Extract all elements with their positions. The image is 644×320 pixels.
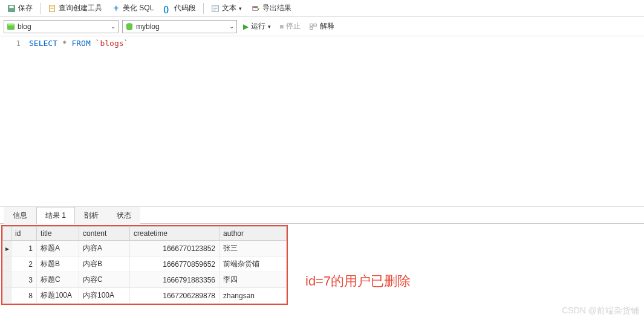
result-tabs: 信息 结果 1 剖析 状态: [0, 207, 644, 224]
database-select[interactable]: blog ⌄: [4, 20, 119, 33]
cell-author[interactable]: 张三: [220, 241, 287, 256]
row-indicator: [3, 256, 11, 272]
svg-rect-1: [10, 5, 14, 8]
cell-id[interactable]: 8: [11, 288, 37, 304]
cell-id[interactable]: 1: [11, 241, 37, 256]
cell-content[interactable]: 内容A: [79, 241, 130, 256]
main-toolbar: 保存 查询创建工具 美化 SQL () 代码段 文本 ▾ 导出结果: [0, 0, 644, 17]
explain-label: 解释: [320, 21, 334, 31]
table-row[interactable]: 8标题100A内容100A1667206289878zhangsan: [3, 288, 287, 304]
text-icon: [211, 4, 220, 13]
code-area[interactable]: SELECT * FROM `blogs`: [27, 36, 644, 206]
code-snippet-button[interactable]: () 代码段: [160, 2, 200, 15]
cell-author[interactable]: zhangsan: [220, 288, 287, 304]
cell-createtime[interactable]: 1666791883356: [130, 272, 220, 288]
text-button[interactable]: 文本 ▾: [207, 2, 246, 15]
svg-rect-15: [314, 24, 316, 26]
col-id[interactable]: id: [11, 227, 37, 241]
cell-title[interactable]: 标题B: [37, 256, 79, 272]
table-row[interactable]: 3标题C内容C1666791883356李四: [3, 272, 287, 288]
col-content[interactable]: content: [79, 227, 130, 241]
table-row[interactable]: ▸1标题A内容A1666770123852张三: [3, 241, 287, 256]
result-highlight-box: id title content createtime author ▸1标题A…: [1, 225, 288, 305]
tab-status[interactable]: 状态: [108, 207, 140, 224]
chevron-down-icon: ▾: [268, 24, 271, 30]
svg-rect-10: [253, 7, 258, 8]
sql-star: *: [62, 39, 67, 48]
export-icon: [252, 4, 260, 13]
run-label: 运行: [251, 21, 265, 31]
cell-author[interactable]: 前端杂货铺: [220, 256, 287, 272]
database-icon: [7, 22, 15, 31]
table-icon: [125, 22, 134, 31]
cell-author[interactable]: 李四: [220, 272, 287, 288]
cell-content[interactable]: 内容100A: [79, 288, 130, 304]
beautify-sql-button[interactable]: 美化 SQL: [108, 2, 157, 15]
sql-keyword: FROM: [71, 39, 90, 48]
cell-content[interactable]: 内容C: [79, 272, 130, 288]
text-label: 文本: [222, 3, 236, 13]
sql-editor[interactable]: 1 SELECT * FROM `blogs`: [0, 36, 644, 207]
svg-rect-14: [310, 24, 313, 26]
save-icon: [7, 4, 16, 13]
col-createtime[interactable]: createtime: [130, 227, 220, 241]
sql-keyword: SELECT: [29, 39, 57, 48]
col-title[interactable]: title: [37, 227, 79, 241]
save-button[interactable]: 保存: [4, 2, 36, 15]
separator: [203, 3, 204, 14]
query-builder-icon: [48, 4, 56, 13]
tab-result1[interactable]: 结果 1: [36, 207, 75, 224]
cell-title[interactable]: 标题C: [37, 272, 79, 288]
cell-id[interactable]: 2: [11, 256, 37, 272]
export-label: 导出结果: [262, 3, 291, 13]
tab-profile[interactable]: 剖析: [75, 207, 108, 224]
cell-createtime[interactable]: 1666770123852: [130, 241, 220, 256]
tab-info[interactable]: 信息: [4, 207, 36, 224]
chevron-down-icon: ▾: [239, 5, 242, 11]
line-gutter: 1: [0, 36, 27, 206]
query-builder-label: 查询创建工具: [59, 3, 102, 13]
database-select-value: blog: [18, 22, 111, 31]
row-indicator: ▸: [3, 241, 11, 256]
stop-button: ■ 停止: [277, 20, 303, 33]
svg-rect-16: [310, 27, 313, 29]
row-indicator: [3, 288, 11, 304]
row-indicator-header: [3, 227, 11, 241]
stop-icon: ■: [279, 22, 284, 31]
cell-createtime[interactable]: 1666770859652: [130, 256, 220, 272]
table-header-row: id title content createtime author: [3, 227, 287, 241]
sql-table-name: `blogs`: [96, 39, 129, 48]
table-row[interactable]: 2标题B内容B1666770859652前端杂货铺: [3, 256, 287, 272]
beautify-icon: [112, 4, 120, 13]
save-label: 保存: [18, 3, 33, 13]
explain-button[interactable]: 解释: [307, 20, 337, 33]
cell-createtime[interactable]: 1667206289878: [130, 288, 220, 304]
cell-id[interactable]: 3: [11, 272, 37, 288]
query-builder-button[interactable]: 查询创建工具: [44, 2, 106, 15]
table-select[interactable]: myblog ⌄: [122, 20, 237, 33]
row-indicator: [3, 272, 11, 288]
svg-rect-12: [8, 24, 15, 25]
code-snippet-icon: (): [163, 4, 172, 13]
stop-label: 停止: [286, 21, 301, 31]
col-author[interactable]: author: [220, 227, 287, 241]
sub-toolbar: blog ⌄ myblog ⌄ ▶ 运行 ▾ ■ 停止 解释: [0, 17, 644, 36]
chevron-down-icon: ⌄: [111, 23, 115, 30]
line-number: 1: [2, 39, 21, 48]
annotation-text: id=7的用户已删除: [305, 272, 411, 290]
result-table[interactable]: id title content createtime author ▸1标题A…: [2, 226, 287, 304]
run-button[interactable]: ▶ 运行 ▾: [241, 20, 273, 33]
chevron-down-icon: ⌄: [229, 23, 234, 30]
beautify-label: 美化 SQL: [123, 3, 154, 13]
cell-title[interactable]: 标题A: [37, 241, 79, 256]
explain-icon: [309, 22, 317, 31]
export-button[interactable]: 导出结果: [248, 2, 295, 15]
cell-content[interactable]: 内容B: [79, 256, 130, 272]
cell-title[interactable]: 标题100A: [37, 288, 79, 304]
code-snippet-label: 代码段: [174, 3, 196, 13]
table-select-value: myblog: [136, 22, 229, 31]
play-icon: ▶: [243, 22, 249, 31]
separator: [40, 3, 41, 14]
watermark: CSDN @前端杂货铺: [562, 305, 639, 316]
